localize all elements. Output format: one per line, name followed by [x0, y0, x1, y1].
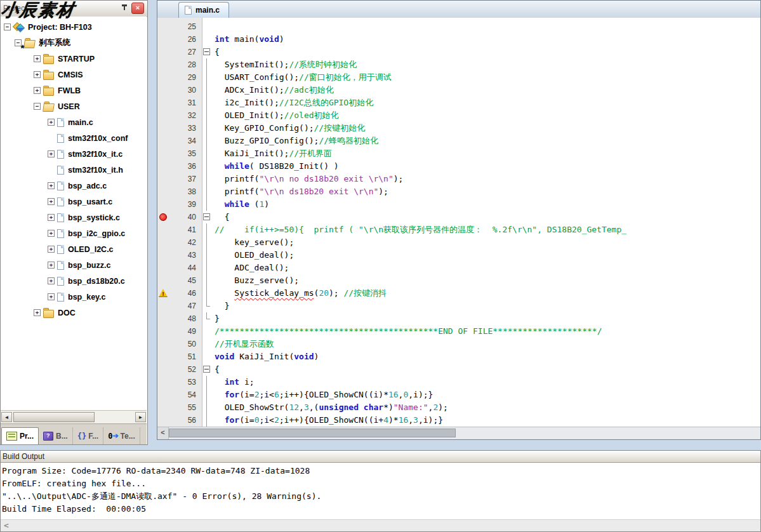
tree-item-bsp-systick-c[interactable]: +bsp_systick.c: [1, 209, 147, 225]
expand-plus-icon[interactable]: +: [34, 71, 41, 78]
fold-toggle-icon[interactable]: [202, 363, 212, 376]
expand-plus-icon[interactable]: +: [48, 214, 55, 221]
editor-gutter-line[interactable]: 36: [157, 160, 202, 173]
tab-templates[interactable]: 0 ➔ Te...: [103, 427, 140, 444]
collapse-minus-icon[interactable]: −: [4, 23, 11, 30]
project-tree-hscrollbar[interactable]: ◄ ►: [1, 410, 147, 423]
breakpoint-icon[interactable]: [159, 213, 167, 221]
editor-gutter-line[interactable]: 46: [157, 287, 202, 300]
templates-icon: 0: [108, 432, 112, 441]
expand-plus-icon[interactable]: +: [48, 246, 55, 253]
code-line-43: 43 OLED_deal();: [157, 249, 760, 262]
tree-item-bsp-buzz-c[interactable]: +bsp_buzz.c: [1, 257, 147, 273]
expand-plus-icon[interactable]: +: [34, 87, 41, 94]
editor-gutter-line[interactable]: 33: [157, 122, 202, 135]
tree-item-stm32f10x-it-c[interactable]: +stm32f10x_it.c: [1, 146, 147, 162]
code-line-53: 53 int i;: [157, 376, 760, 389]
tab-project[interactable]: Pr...: [1, 427, 39, 444]
editor-gutter-line[interactable]: 51: [157, 350, 202, 363]
expand-plus-icon[interactable]: +: [48, 119, 55, 126]
code-text: for(i=0;i<2;i++){OLED_ShowCN((i+4)*16,3,…: [212, 414, 443, 427]
tree-item-bsp-ds18b20-c[interactable]: +bsp_ds18b20.c: [1, 273, 147, 289]
build-output-hscrollbar[interactable]: <: [1, 519, 760, 531]
tree-item-user[interactable]: −USER: [1, 98, 147, 114]
editor-gutter-line[interactable]: 25: [157, 20, 202, 33]
code-text: Systick_delay_ms(20); //按键消抖: [212, 287, 387, 300]
editor-tab-main-c[interactable]: main.c: [178, 2, 229, 18]
code-token: [215, 199, 225, 209]
expand-plus-icon[interactable]: +: [34, 55, 41, 62]
editor-gutter-line[interactable]: 53: [157, 376, 202, 389]
tree-item-label: bsp_buzz.c: [68, 261, 110, 270]
editor-gutter-line[interactable]: 31: [157, 96, 202, 109]
editor-gutter-line[interactable]: 27: [157, 46, 202, 58]
scroll-left-arrow-icon[interactable]: <: [4, 521, 9, 530]
expand-plus-icon[interactable]: +: [48, 182, 55, 189]
tree-item-bsp-usart-c[interactable]: +bsp_usart.c: [1, 194, 147, 209]
expand-plus-icon[interactable]: +: [48, 277, 55, 284]
editor-gutter-line[interactable]: 54: [157, 389, 202, 401]
close-icon[interactable]: ×: [131, 3, 144, 14]
tree-item-fwlb[interactable]: +FWLB: [1, 83, 147, 98]
editor-gutter-line[interactable]: 43: [157, 249, 202, 262]
editor-gutter-line[interactable]: 45: [157, 274, 202, 287]
editor-gutter-line[interactable]: 28: [157, 58, 202, 71]
editor-gutter-line[interactable]: 55: [157, 401, 202, 414]
expand-plus-icon[interactable]: +: [48, 198, 55, 205]
scrollbar-thumb[interactable]: [13, 412, 95, 422]
editor-body[interactable]: 2526int main(void)27{28 SystemInit();//系…: [157, 18, 760, 427]
tree-item-main-c[interactable]: +main.c: [1, 114, 147, 130]
editor-gutter-line[interactable]: 42: [157, 236, 202, 249]
editor-gutter-line[interactable]: 47: [157, 300, 202, 312]
tree-item-bsp-i2c-gpio-c[interactable]: +bsp_i2c_gpio.c: [1, 225, 147, 241]
editor-gutter-line[interactable]: 52: [157, 363, 202, 376]
pin-icon[interactable]: [119, 3, 129, 13]
editor-gutter-line[interactable]: 48: [157, 312, 202, 325]
editor-gutter-line[interactable]: 30: [157, 84, 202, 96]
collapse-minus-icon[interactable]: −: [34, 103, 41, 110]
tree-item-oled-i2c-c[interactable]: +OLED_I2C.c: [1, 241, 147, 257]
editor-gutter-line[interactable]: 29: [157, 71, 202, 84]
tree-item-cmsis[interactable]: +CMSIS: [1, 67, 147, 83]
fold-toggle-icon[interactable]: [202, 46, 212, 58]
code-text: [212, 20, 215, 33]
tree-item-bsp-adc-c[interactable]: +bsp_adc.c: [1, 178, 147, 194]
tree-item-label: Project: BH-F103: [28, 23, 92, 32]
editor-gutter-line[interactable]: 44: [157, 262, 202, 274]
tab-books[interactable]: B...: [39, 427, 73, 444]
editor-gutter-line[interactable]: 38: [157, 185, 202, 198]
editor-gutter-line[interactable]: 32: [157, 109, 202, 122]
editor-gutter-line[interactable]: 39: [157, 198, 202, 211]
editor-gutter-line[interactable]: 50: [157, 338, 202, 350]
watermark-text: 小辰素材: [0, 0, 77, 22]
editor-gutter-line[interactable]: 49: [157, 325, 202, 338]
editor-gutter-line[interactable]: 34: [157, 135, 202, 147]
scrollbar-thumb[interactable]: [169, 429, 456, 437]
code-token: i2c_Init();: [215, 98, 279, 107]
tree-item-node[interactable]: −刹车系统: [1, 35, 147, 51]
tree-item-label: DOC: [58, 309, 76, 317]
editor-gutter-line[interactable]: 40: [157, 211, 202, 223]
editor-gutter-line[interactable]: 26: [157, 33, 202, 46]
editor-gutter-line[interactable]: 56: [157, 414, 202, 427]
expand-plus-icon[interactable]: +: [48, 230, 55, 237]
tree-item-stm32f10x-it-h[interactable]: stm32f10x_it.h: [1, 162, 147, 178]
expand-plus-icon[interactable]: +: [48, 262, 55, 269]
expand-plus-icon[interactable]: +: [48, 293, 55, 300]
scroll-left-arrow-icon[interactable]: ◄: [1, 412, 12, 422]
tree-item-stm32f10x-conf[interactable]: stm32f10x_conf: [1, 130, 147, 146]
tab-functions[interactable]: {} F...: [73, 427, 103, 444]
expand-plus-icon[interactable]: +: [48, 150, 55, 157]
editor-gutter-line[interactable]: 41: [157, 223, 202, 236]
scroll-left-arrow-icon[interactable]: <: [157, 427, 169, 439]
scroll-right-arrow-icon[interactable]: ►: [135, 412, 146, 422]
editor-hscrollbar[interactable]: <: [157, 427, 760, 439]
editor-gutter-line[interactable]: 35: [157, 147, 202, 160]
tree-item-bsp-key-c[interactable]: +bsp_key.c: [1, 289, 147, 305]
tree-item-doc[interactable]: +DOC: [1, 305, 147, 321]
code-area[interactable]: 2526int main(void)27{28 SystemInit();//系…: [157, 18, 760, 427]
code-token: //开机界面: [289, 149, 332, 158]
expand-plus-icon[interactable]: +: [34, 309, 41, 316]
editor-gutter-line[interactable]: 37: [157, 173, 202, 185]
fold-toggle-icon[interactable]: [202, 211, 212, 223]
